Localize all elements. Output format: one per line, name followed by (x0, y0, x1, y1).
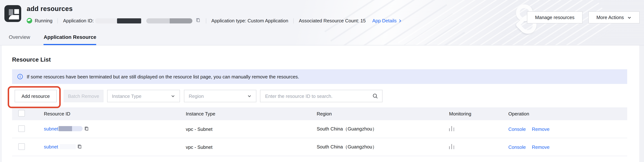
search-icon[interactable] (372, 93, 378, 99)
copy-icon[interactable] (196, 18, 201, 24)
region-value: South China（Guangzhou） (310, 126, 443, 132)
column-header-instance-type: Instance Type (180, 111, 310, 116)
search-box (260, 90, 382, 102)
more-actions-label: More Actions (596, 15, 624, 20)
copy-icon[interactable] (77, 144, 82, 150)
region-value: South China（Guangzhou） (310, 144, 443, 150)
tab-bar: Overview Application Resource (0, 31, 644, 45)
select-all-checkbox[interactable] (18, 110, 25, 116)
page: add resources Running Application ID: Ap… (0, 0, 644, 162)
application-id-label: Application ID: (63, 18, 94, 24)
console-link[interactable]: Console (508, 126, 526, 132)
resource-id-link[interactable]: subnet (44, 126, 58, 131)
app-details-link[interactable]: App Details (372, 18, 396, 24)
column-header-region: Region (310, 111, 443, 116)
instance-type-placeholder: Instance Type (112, 93, 141, 99)
resource-id-link[interactable]: subnet (44, 144, 58, 149)
remove-link[interactable]: Remove (532, 144, 550, 150)
manage-resources-button[interactable]: Manage resources (527, 11, 582, 24)
table-row: subnet vpc - Subnet South China（Guangzho… (12, 120, 627, 138)
divider (293, 18, 294, 23)
redacted-application-id (146, 18, 170, 23)
info-icon (17, 74, 23, 80)
instance-type-select[interactable]: Instance Type (107, 90, 180, 102)
redacted-application-id (117, 18, 141, 23)
column-header-resource-id: Resource ID (38, 111, 180, 116)
row-checkbox[interactable] (18, 125, 25, 132)
instance-type-value: vpc - Subnet (180, 126, 310, 132)
running-status-icon (27, 18, 32, 24)
manage-resources-label: Manage resources (535, 15, 574, 20)
toolbar: Add resource Batch Remove Instance Type … (12, 90, 644, 102)
redacted-resource-id (72, 126, 83, 131)
chevron-down-icon (171, 94, 175, 98)
application-type-label: Application type: Custom Application (212, 18, 288, 24)
instance-type-value: vpc - Subnet (180, 144, 310, 150)
tab-application-resource[interactable]: Application Resource (44, 31, 96, 45)
chevron-down-icon (627, 15, 632, 20)
redacted-resource-id (60, 144, 76, 149)
region-select[interactable]: Region (184, 90, 256, 102)
content-area: Resource List If some resources have bee… (2, 46, 644, 162)
column-header-monitoring: Monitoring (443, 111, 502, 116)
table-header-row: Resource ID Instance Type Region Monitor… (12, 107, 627, 120)
divider (206, 18, 206, 23)
application-logo-icon (4, 5, 21, 22)
console-link[interactable]: Console (508, 144, 526, 150)
monitoring-chart-icon[interactable] (449, 126, 454, 131)
more-actions-button[interactable]: More Actions (588, 11, 640, 24)
info-banner-text: If some resources have been terminated b… (27, 74, 299, 79)
region-placeholder: Region (189, 93, 204, 99)
search-input[interactable] (264, 93, 368, 99)
tab-overview[interactable]: Overview (9, 31, 30, 45)
associated-resource-count: Associated Resource Count: 15 (299, 18, 366, 24)
column-header-operation: Operation (502, 111, 627, 116)
chevron-right-icon (398, 19, 402, 23)
redacted-application-id (95, 18, 117, 23)
resource-table: Resource ID Instance Type Region Monitor… (12, 107, 627, 156)
monitoring-chart-icon[interactable] (449, 144, 454, 149)
add-resource-button[interactable]: Add resource (15, 90, 57, 102)
table-row: subnet vpc - Subnet South China（Guangzho… (12, 138, 627, 156)
divider (58, 18, 58, 23)
redacted-resource-id (58, 126, 72, 131)
row-checkbox[interactable] (18, 143, 25, 150)
batch-remove-button[interactable]: Batch Remove (64, 90, 104, 102)
redacted-application-id (170, 18, 192, 23)
copy-icon[interactable] (84, 126, 89, 132)
section-title: Resource List (12, 46, 644, 63)
chevron-down-icon (247, 94, 252, 98)
info-banner: If some resources have been terminated b… (12, 69, 627, 84)
scrollbar-track[interactable] (639, 46, 644, 162)
page-title: add resources (27, 5, 402, 13)
remove-link[interactable]: Remove (532, 126, 550, 132)
page-header: add resources Running Application ID: Ap… (0, 0, 644, 46)
status-badge: Running (27, 18, 52, 24)
status-label: Running (35, 18, 52, 24)
